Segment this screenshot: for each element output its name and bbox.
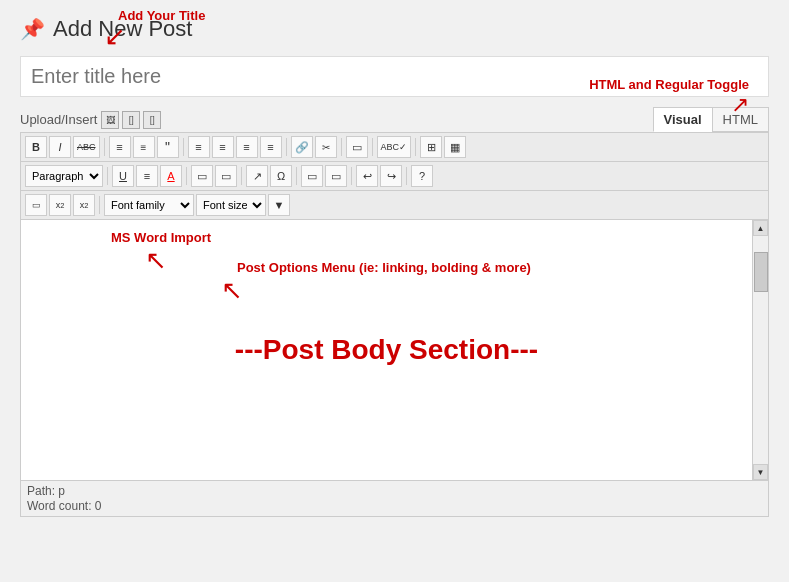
toolbar-row3: ▭ x2 x2 Font family Arial Times New Roma… [21, 191, 768, 220]
title-input[interactable] [20, 56, 769, 97]
bold-button[interactable]: B [25, 136, 47, 158]
special-char-button[interactable]: Ω [270, 165, 292, 187]
editor-header: Upload/Insert 🖼 [] [] Visual HTML [20, 107, 769, 132]
italic-button[interactable]: I [49, 136, 71, 158]
insert-layer-button[interactable]: ▦ [444, 136, 466, 158]
underline-button[interactable]: U [112, 165, 134, 187]
upload-media-btn[interactable]: [] [122, 111, 140, 129]
break-link-button[interactable]: ✂ [315, 136, 337, 158]
subscript-button[interactable]: x2 [73, 194, 95, 216]
scrollbar-down-arrow[interactable]: ▼ [753, 464, 768, 480]
font-color-button[interactable]: A [160, 165, 182, 187]
page-title: Add New Post [53, 16, 192, 42]
upload-file-btn[interactable]: [] [143, 111, 161, 129]
insert-table-button[interactable]: ⊞ [420, 136, 442, 158]
help-button[interactable]: ? [411, 165, 433, 187]
pin-icon: 📌 [20, 17, 45, 41]
word-count-label: Word count: 0 [27, 499, 762, 513]
unordered-list-button[interactable]: ≡ [109, 136, 131, 158]
upload-insert-bar: Upload/Insert 🖼 [] [] [20, 111, 161, 129]
tab-html[interactable]: HTML [712, 107, 769, 132]
blockquote-button[interactable]: " [157, 136, 179, 158]
align-justify-button[interactable]: ≡ [260, 136, 282, 158]
sep5 [372, 138, 373, 156]
undo-button[interactable]: ↩ [356, 165, 378, 187]
sep11 [351, 167, 352, 185]
sep12 [406, 167, 407, 185]
font-family-dropdown[interactable]: Font family Arial Times New Roman [104, 194, 194, 216]
sep2 [183, 138, 184, 156]
toolbar-row2: Paragraph Heading 1 Heading 2 U ≡ A ▭ ▭ … [21, 162, 768, 191]
editor-body-wrapper: ---Post Body Section--- ▲ ▼ MS Word Impo… [21, 220, 768, 480]
select-all-button[interactable]: ▭ [191, 165, 213, 187]
font-family-select[interactable]: Font family Arial Times New Roman [104, 194, 194, 216]
sep1 [104, 138, 105, 156]
sep4 [341, 138, 342, 156]
paste-text-button[interactable]: ▭ [25, 194, 47, 216]
paragraph-dropdown[interactable]: Paragraph Heading 1 Heading 2 [25, 165, 103, 187]
strikethrough-button[interactable]: ABC [73, 136, 100, 158]
view-tabs: Visual HTML [653, 107, 769, 132]
outdent-button[interactable]: ▭ [301, 165, 323, 187]
sep3 [286, 138, 287, 156]
spell-check-button[interactable]: ABC✓ [377, 136, 412, 158]
toolbar-row1: B I ABC ≡ ≡ " ≡ ≡ ≡ ≡ 🔗 ✂ ▭ ABC✓ [21, 133, 768, 162]
path-label: Path: p [27, 484, 762, 498]
paragraph-select[interactable]: Paragraph Heading 1 Heading 2 [25, 165, 103, 187]
sep8 [186, 167, 187, 185]
superscript-button[interactable]: x2 [49, 194, 71, 216]
upload-icons: 🖼 [] [] [101, 111, 161, 129]
sep6 [415, 138, 416, 156]
title-input-section: Add Your Title ↙ [20, 56, 769, 97]
sep9 [241, 167, 242, 185]
editor-container: B I ABC ≡ ≡ " ≡ ≡ ≡ ≡ 🔗 ✂ ▭ ABC✓ [20, 132, 769, 517]
sep7 [107, 167, 108, 185]
insert-link-button[interactable]: 🔗 [291, 136, 313, 158]
align-right-button[interactable]: ≡ [236, 136, 258, 158]
scrollbar-thumb[interactable] [754, 252, 768, 292]
editor-footer: Path: p Word count: 0 [21, 480, 768, 516]
remove-format-button[interactable]: ▭ [215, 165, 237, 187]
paste-link-button[interactable]: ↗ [246, 165, 268, 187]
post-body-label: ---Post Body Section--- [235, 334, 538, 366]
editor-outer: HTML and Regular Toggle ↙ B I ABC ≡ ≡ " … [20, 132, 769, 517]
ordered-list-button[interactable]: ≡ [133, 136, 155, 158]
redo-button[interactable]: ↪ [380, 165, 402, 187]
editor-scrollbar: ▲ ▼ [752, 220, 768, 480]
sep13 [99, 196, 100, 214]
page-title-bar: 📌 Add New Post [20, 16, 769, 42]
indent-button[interactable]: ▭ [325, 165, 347, 187]
tab-visual[interactable]: Visual [653, 107, 712, 132]
upload-image-btn[interactable]: 🖼 [101, 111, 119, 129]
align-left-button[interactable]: ≡ [188, 136, 210, 158]
align-center-button[interactable]: ≡ [212, 136, 234, 158]
font-size-decrease-btn[interactable]: ▼ [268, 194, 290, 216]
upload-insert-label: Upload/Insert [20, 112, 97, 127]
page-wrapper: 📌 Add New Post Add Your Title ↙ Upload/I… [0, 0, 789, 582]
scrollbar-up-arrow[interactable]: ▲ [753, 220, 768, 236]
font-size-select[interactable]: Font size 8 10 12 14 [196, 194, 266, 216]
justify-button[interactable]: ≡ [136, 165, 158, 187]
font-size-dropdown[interactable]: Font size 8 10 12 14 [196, 194, 266, 216]
sep10 [296, 167, 297, 185]
editor-body[interactable]: ---Post Body Section--- [21, 220, 752, 480]
insert-image-button[interactable]: ▭ [346, 136, 368, 158]
